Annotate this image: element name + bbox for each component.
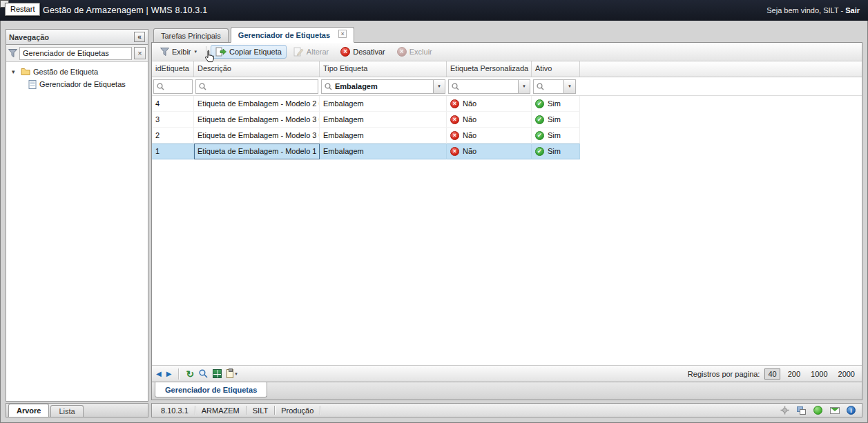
globe-icon[interactable] — [813, 405, 823, 415]
exibir-button[interactable]: Exibir ▾ — [155, 46, 202, 58]
expand-arrow-icon[interactable]: ▾ — [12, 68, 18, 75]
cell-ativo: ✓Sim — [532, 144, 580, 159]
column-header-idetiqueta[interactable]: idEtiqueta — [152, 61, 194, 77]
cell-personalizada: ×Não — [447, 96, 532, 112]
navigation-tree: ▾ Gestão de Etiqueta Gerenciador de Etiq… — [6, 62, 148, 401]
cell-personalizada: ×Não — [447, 112, 532, 128]
edit-icon — [293, 47, 304, 57]
copy-label-icon — [215, 47, 226, 57]
page-size-option-200[interactable]: 200 — [785, 369, 803, 379]
column-header-ativo[interactable]: Ativo — [532, 61, 580, 77]
button-label: Desativar — [353, 48, 385, 56]
restart-button[interactable]: Restart — [5, 3, 40, 16]
cell-ativo: ✓Sim — [532, 96, 580, 112]
tab-arvore[interactable]: Arvore — [8, 404, 49, 417]
table-row-selected[interactable]: 1 Etiqueta de Embalagem - Modelo 1 (7...… — [152, 144, 580, 159]
dropdown-icon[interactable]: ▼ — [433, 80, 445, 93]
tab-label: Lista — [59, 407, 75, 415]
filter-idetiqueta-input[interactable] — [153, 79, 193, 94]
tab-gerenciador-etiquetas[interactable]: Gerenciador de Etiquetas × — [231, 27, 354, 43]
cell-personalizada: ×Não — [447, 128, 532, 144]
filter-cell — [194, 77, 320, 95]
button-label: Excluir — [409, 48, 432, 56]
column-header-descricao[interactable]: Descrição — [194, 61, 320, 77]
copiar-etiqueta-button[interactable]: Copiar Etiqueta — [211, 45, 287, 59]
clipboard-menu-button[interactable]: ▾ — [226, 369, 238, 378]
search-icon — [199, 83, 206, 90]
grid-header: idEtiqueta Descrição Tipo Etiqueta Etiqu… — [152, 61, 862, 77]
status-user: SILT — [247, 406, 274, 415]
filter-icon — [160, 48, 169, 56]
table-row[interactable]: 4 Etiqueta de Embalagem - Modelo 2 Co...… — [152, 96, 580, 112]
excel-export-icon[interactable] — [213, 369, 222, 378]
folder-icon — [21, 68, 30, 76]
next-page-icon[interactable]: ▶ — [166, 370, 172, 377]
dropdown-icon[interactable]: ▼ — [518, 80, 530, 93]
grid-toolbar: Exibir ▾ Copiar Etiqueta Alterar × Desat… — [152, 43, 862, 61]
filter-descricao-input[interactable] — [195, 79, 318, 94]
tab-label: Tarefas Principais — [161, 32, 221, 40]
toolbar-separator — [206, 46, 206, 57]
no-icon: × — [450, 115, 459, 124]
filter-icon — [8, 49, 17, 57]
yes-icon: ✓ — [535, 131, 544, 140]
refresh-icon[interactable]: ↻ — [186, 369, 194, 379]
cell-personalizada: ×Não — [447, 144, 532, 159]
status-bar: 8.10.3.1 ARMAZEM SILT Produção i — [151, 403, 862, 417]
app-title: Gestão de Armazenagem | WMS 8.10.3.1 — [43, 6, 207, 15]
alterar-button[interactable]: Alterar — [289, 45, 334, 59]
table-row[interactable]: 3 Etiqueta de Embalagem - Modelo 3 Co...… — [152, 112, 580, 128]
search-icon — [452, 83, 459, 90]
collapse-panel-button[interactable]: « — [134, 32, 145, 42]
tab-label: Gerenciador de Etiquetas — [165, 386, 257, 394]
desativar-button[interactable]: × Desativar — [336, 45, 389, 59]
chevron-down-icon: ▾ — [235, 371, 238, 377]
tree-filter-input[interactable]: Gerenciador de Etiquetas — [19, 47, 132, 60]
dropdown-icon[interactable]: ▼ — [563, 80, 575, 93]
search-icon[interactable] — [199, 369, 208, 378]
navigation-header: Navegação « — [6, 30, 148, 45]
status-version: 8.10.3.1 — [155, 406, 195, 415]
search-icon — [537, 83, 544, 90]
close-tab-icon[interactable]: × — [338, 30, 347, 38]
navigation-panel: Navegação « Gerenciador de Etiquetas × ▾… — [6, 29, 148, 402]
settings-icon[interactable] — [780, 405, 790, 415]
filter-tipo-etiqueta-combo[interactable]: Embalagem ▼ — [321, 79, 445, 94]
yes-icon: ✓ — [535, 99, 544, 108]
tree-node-gerenciador-etiquetas[interactable]: Gerenciador de Etiquetas — [6, 78, 148, 90]
filter-ativo-combo[interactable]: ▼ — [533, 79, 576, 94]
tab-tarefas-principais[interactable]: Tarefas Principais — [153, 28, 229, 42]
tree-filter-row: Gerenciador de Etiquetas × — [6, 45, 148, 62]
table-row[interactable]: 2 Etiqueta de Embalagem - Modelo 3 Co...… — [152, 128, 580, 144]
page-size-option-1000[interactable]: 1000 — [808, 369, 830, 379]
main-area: Tarefas Principais Gerenciador de Etique… — [151, 26, 862, 400]
clear-filter-button[interactable]: × — [134, 47, 146, 59]
tab-lista[interactable]: Lista — [50, 405, 83, 417]
prev-page-icon[interactable]: ◀ — [156, 370, 162, 377]
cell-descricao: Etiqueta de Embalagem - Modelo 3 Co... — [194, 128, 320, 144]
deactivate-icon: × — [340, 47, 350, 57]
tree-filter-value: Gerenciador de Etiquetas — [23, 49, 109, 57]
no-icon: × — [450, 99, 459, 108]
status-armazem: ARMAZEM — [195, 406, 246, 415]
logout-link[interactable]: Sair — [845, 6, 860, 14]
filter-personalizada-combo[interactable]: ▼ — [448, 79, 530, 94]
filter-cell: ▼ — [532, 77, 580, 95]
cell-descricao: Etiqueta de Embalagem - Modelo 3 Co... — [194, 112, 320, 128]
excluir-button[interactable]: × Excluir — [392, 45, 437, 59]
page-size-option-2000[interactable]: 2000 — [836, 369, 858, 379]
column-header-tipo-etiqueta[interactable]: Tipo Etiqueta — [320, 61, 447, 77]
chevron-down-icon: ▾ — [195, 49, 197, 55]
column-header-etiqueta-personalizada[interactable]: Etiqueta Personalizada — [447, 61, 532, 77]
cell-tipo: Embalagem — [320, 112, 447, 128]
mail-icon[interactable] — [829, 405, 840, 415]
welcome-label: Seja bem vindo, SILT - — [766, 6, 845, 14]
tree-node-label: Gerenciador de Etiquetas — [39, 80, 126, 88]
info-icon[interactable]: i — [846, 405, 856, 415]
windows-icon[interactable] — [796, 405, 807, 415]
bottom-tab-gerenciador-etiquetas[interactable]: Gerenciador de Etiquetas — [155, 382, 267, 397]
yes-icon: ✓ — [535, 115, 544, 124]
page-size-option-40[interactable]: 40 — [764, 368, 780, 380]
tab-label: Gerenciador de Etiquetas — [238, 31, 330, 39]
tree-node-gestao-etiqueta[interactable]: ▾ Gestão de Etiqueta — [6, 66, 148, 78]
